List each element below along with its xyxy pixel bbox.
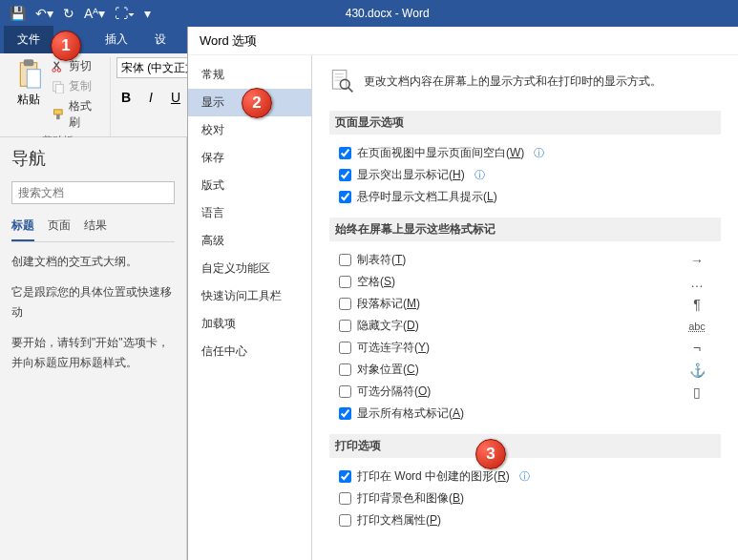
format-symbol: … bbox=[683, 275, 711, 290]
document-title: 430.docx - Word bbox=[151, 7, 738, 20]
svg-rect-2 bbox=[27, 70, 40, 88]
format-symbol: ¬ bbox=[683, 341, 711, 356]
undo-icon[interactable]: ↶▾ bbox=[35, 6, 53, 21]
dialog-sidebar-item[interactable]: 版式 bbox=[188, 172, 311, 199]
dialog-sidebar-item[interactable]: 高级 bbox=[188, 227, 311, 255]
option-checkbox[interactable] bbox=[339, 470, 351, 483]
nav-body: 创建文档的交互式大纲。 它是跟踪您的具体位置或快速移动 要开始，请转到"开始"选… bbox=[11, 252, 175, 374]
svg-rect-8 bbox=[56, 114, 59, 119]
nav-tab-headings[interactable]: 标题 bbox=[11, 218, 34, 241]
option-label: 空格(S) bbox=[357, 274, 395, 290]
dialog-description: 更改文档内容在屏幕上的显示方式和在打印时的显示方式。 bbox=[364, 73, 662, 90]
option-label: 制表符(T) bbox=[357, 252, 406, 268]
dialog-sidebar-item[interactable]: 快速访问工具栏 bbox=[188, 282, 311, 310]
cut-button[interactable]: 剪切 bbox=[50, 57, 104, 75]
info-icon[interactable]: ⓘ bbox=[519, 469, 530, 484]
option-row: 可选分隔符(O)▯ bbox=[329, 381, 721, 403]
font-grow-icon[interactable]: Aᴬ▾ bbox=[84, 6, 105, 21]
option-checkbox[interactable] bbox=[339, 254, 351, 266]
option-checkbox[interactable] bbox=[339, 147, 351, 159]
option-label: 隐藏文字(D) bbox=[357, 318, 419, 334]
nav-tab-pages[interactable]: 页面 bbox=[48, 218, 71, 241]
option-checkbox[interactable] bbox=[339, 298, 351, 310]
option-row: 对象位置(C)⚓ bbox=[329, 359, 721, 381]
nav-title: 导航 bbox=[11, 147, 175, 170]
format-symbol: abc bbox=[683, 321, 711, 332]
dialog-sidebar-item[interactable]: 信任中心 bbox=[188, 338, 311, 365]
option-checkbox[interactable] bbox=[339, 191, 351, 203]
svg-point-4 bbox=[57, 68, 61, 72]
option-label: 显示突出显示标记(H) bbox=[357, 167, 465, 183]
page-magnify-icon bbox=[329, 69, 354, 93]
option-label: 显示所有格式标记(A) bbox=[357, 405, 464, 422]
dialog-content: 更改文档内容在屏幕上的显示方式和在打印时的显示方式。 页面显示选项 在页面视图中… bbox=[312, 55, 738, 560]
format-painter-button[interactable]: 格式刷 bbox=[50, 97, 104, 132]
dialog-sidebar-item[interactable]: 加载项 bbox=[188, 310, 311, 338]
navigation-pane: 导航 标题 页面 结果 创建文档的交互式大纲。 它是跟踪您的具体位置或快速移动 … bbox=[0, 137, 187, 560]
option-checkbox[interactable] bbox=[339, 169, 351, 181]
section-page-display: 页面显示选项 bbox=[329, 111, 721, 135]
paste-button[interactable]: 粘贴 bbox=[11, 57, 46, 110]
nav-tab-results[interactable]: 结果 bbox=[84, 218, 107, 241]
save-icon[interactable]: 💾 bbox=[10, 6, 26, 21]
option-label: 打印文档属性(P) bbox=[357, 512, 441, 529]
dialog-sidebar-item[interactable]: 自定义功能区 bbox=[188, 255, 311, 282]
option-row: 制表符(T)→ bbox=[329, 249, 721, 271]
svg-point-3 bbox=[53, 68, 56, 72]
redo-icon[interactable]: ↻ bbox=[63, 6, 74, 21]
format-symbol: ⚓ bbox=[683, 363, 711, 378]
quick-access-toolbar: 💾 ↶▾ ↻ Aᴬ▾ ⛶▾ ▾ bbox=[0, 6, 151, 21]
title-bar: 💾 ↶▾ ↻ Aᴬ▾ ⛶▾ ▾ 430.docx - Word bbox=[0, 0, 738, 27]
option-label: 对象位置(C) bbox=[357, 362, 419, 378]
qat-more-icon[interactable]: ▾ bbox=[144, 6, 151, 21]
underline-button[interactable]: U bbox=[166, 90, 185, 105]
option-checkbox[interactable] bbox=[339, 492, 351, 505]
italic-button[interactable]: I bbox=[141, 90, 160, 105]
dialog-sidebar-item[interactable]: 保存 bbox=[188, 144, 311, 172]
option-row: 打印背景色和图像(B) bbox=[329, 487, 721, 509]
bold-button[interactable]: B bbox=[116, 90, 136, 105]
callout-1: 1 bbox=[51, 31, 81, 61]
option-checkbox[interactable] bbox=[339, 363, 351, 376]
dialog-title: Word 选项 bbox=[188, 27, 738, 55]
copy-button[interactable]: 复制 bbox=[50, 77, 104, 95]
option-label: 在页面视图中显示页面间空白(W) bbox=[357, 145, 524, 161]
option-checkbox[interactable] bbox=[339, 514, 351, 527]
option-row: 悬停时显示文档工具提示(L) bbox=[329, 186, 721, 208]
dialog-sidebar-item[interactable]: 校对 bbox=[188, 116, 311, 144]
svg-line-14 bbox=[348, 88, 353, 93]
dialog-sidebar-item[interactable]: 常规 bbox=[188, 61, 311, 89]
option-row: 隐藏文字(D)abc bbox=[329, 315, 721, 337]
tab-design[interactable]: 设 bbox=[141, 26, 179, 53]
option-label: 打印背景色和图像(B) bbox=[357, 490, 464, 507]
option-checkbox[interactable] bbox=[339, 385, 351, 398]
option-checkbox[interactable] bbox=[339, 342, 351, 354]
option-row: 可选连字符(Y)¬ bbox=[329, 337, 721, 359]
dialog-sidebar: 常规显示校对保存版式语言高级自定义功能区快速访问工具栏加载项信任中心 bbox=[188, 55, 312, 560]
option-row: 在页面视图中显示页面间空白(W)ⓘ bbox=[329, 142, 721, 164]
section-format-marks: 始终在屏幕上显示这些格式标记 bbox=[329, 218, 721, 241]
option-row: 显示突出显示标记(H)ⓘ bbox=[329, 164, 721, 186]
info-icon[interactable]: ⓘ bbox=[474, 168, 485, 182]
section-print: 打印选项 bbox=[329, 434, 721, 458]
dialog-sidebar-item[interactable]: 语言 bbox=[188, 199, 311, 227]
option-label: 可选连字符(Y) bbox=[357, 340, 430, 356]
option-row: 段落标记(M)¶ bbox=[329, 293, 721, 315]
option-checkbox[interactable] bbox=[339, 276, 351, 288]
option-label: 打印在 Word 中创建的图形(R) bbox=[357, 468, 510, 485]
option-label: 段落标记(M) bbox=[357, 296, 420, 312]
svg-rect-1 bbox=[24, 59, 34, 66]
svg-rect-6 bbox=[55, 84, 63, 93]
option-checkbox[interactable] bbox=[339, 320, 351, 332]
option-label: 悬停时显示文档工具提示(L) bbox=[357, 189, 497, 205]
info-icon[interactable]: ⓘ bbox=[534, 146, 544, 160]
option-label: 可选分隔符(O) bbox=[357, 384, 431, 400]
tab-insert[interactable]: 插入 bbox=[92, 26, 141, 53]
tab-file[interactable]: 文件 bbox=[4, 26, 53, 53]
search-input[interactable] bbox=[11, 181, 175, 204]
svg-rect-7 bbox=[54, 110, 63, 114]
format-symbol: ▯ bbox=[683, 384, 711, 400]
option-row: 空格(S)… bbox=[329, 271, 721, 293]
option-checkbox[interactable] bbox=[339, 407, 351, 420]
touch-mode-icon[interactable]: ⛶▾ bbox=[115, 6, 135, 21]
